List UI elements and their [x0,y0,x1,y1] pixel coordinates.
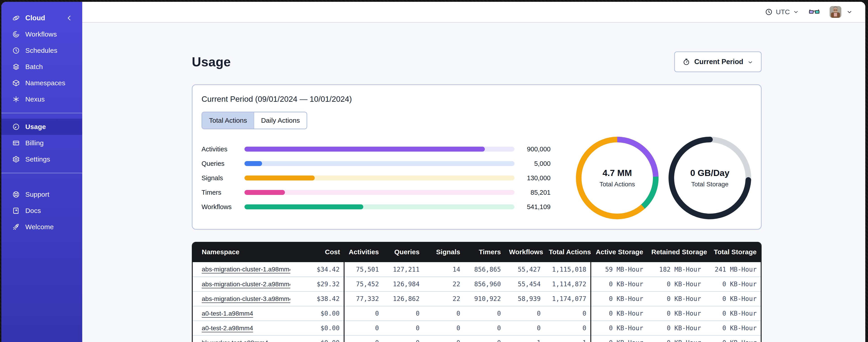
table-cell: 22 [424,292,464,306]
table-cell: 0 KB-Hour [647,277,705,292]
table-row: abs-migration-cluster-1.a98mm4$34.4275,5… [193,262,761,277]
column-header-cost: Cost [290,242,344,262]
labs-glasses-icon[interactable] [809,8,820,15]
table-cell: 55,454 [505,277,545,292]
table-cell: 0 [383,321,424,336]
donut-center: 0 GB/DayTotal Storage [668,136,752,220]
bar-label: Activities [202,145,244,153]
sidebar-item-schedules[interactable]: Schedules [1,42,82,59]
bar-fill [244,147,485,151]
table-cell: 0 KB-Hour [591,306,647,321]
bar-row: Queries5,000 [202,156,551,171]
table-cell: $29.32 [290,277,344,292]
timezone-picker[interactable]: UTC [765,8,799,16]
table-cell: 0 [424,336,464,342]
temporal-logo-icon [12,14,20,22]
billing-icon [12,139,20,147]
donut-center-label: Total Storage [691,181,728,188]
donut-center-value: 4.7 MM [602,168,632,178]
table-cell: $38.42 [290,292,344,306]
workflows-icon [12,30,20,38]
batch-icon [12,63,20,71]
sidebar-item-settings[interactable]: Settings [1,151,82,167]
table-cell: 75,452 [344,277,383,292]
table-cell: 182 MB-Hour [647,262,705,277]
namespaces-icon [12,79,20,87]
namespace-link[interactable]: a0-test-2.a98mm4 [202,324,253,332]
bar-row: Activities900,000 [202,142,551,156]
donut-center-value: 0 GB/Day [690,168,729,178]
table-cell: 0 KB-Hour [705,321,761,336]
column-header-active-storage: Active Storage [591,242,647,262]
table-cell: $34.42 [290,262,344,277]
namespace-link[interactable]: bk-worker-test.a98mm4 [202,339,268,342]
sidebar-item-docs[interactable]: Docs [1,203,82,219]
sidebar: Cloud Workflows Schedules [1,2,82,342]
period-select-button[interactable]: Current Period [674,52,762,72]
table-cell: 0 KB-Hour [591,277,647,292]
summary-donuts: 4.7 MMTotal Actions0 GB/DayTotal Storage [575,136,752,220]
bar-track [244,175,515,180]
stopwatch-icon [683,58,690,66]
brand-label: Cloud [25,14,45,22]
table-cell: 0 [505,321,545,336]
namespace-link[interactable]: abs-migration-cluster-2.a98mm4 [202,281,290,287]
table-cell: a0-test-1.a98mm4 [193,306,290,321]
bar-label: Timers [202,189,244,196]
tab-total-actions[interactable]: Total Actions [202,112,254,129]
sidebar-item-usage[interactable]: Usage [1,119,82,135]
bar-value: 900,000 [515,145,551,153]
account-menu[interactable] [830,6,852,18]
column-header-signals: Signals [424,242,464,262]
table-cell: 0 KB-Hour [647,292,705,306]
table-cell: 75,501 [344,262,383,277]
tab-daily-actions[interactable]: Daily Actions [254,112,307,129]
table-cell: 856,960 [464,277,505,292]
table-cell: 55,427 [505,262,545,277]
sidebar-item-batch[interactable]: Batch [1,59,82,75]
table-header-row: NamespaceCostActivitiesQueriesSignalsTim… [193,242,761,262]
page-title: Usage [192,55,231,69]
bar-value: 130,000 [515,174,551,182]
table-cell: 126,862 [383,292,424,306]
table-cell: 0 [464,306,505,321]
table-cell: 1,114,872 [545,277,591,292]
table-cell: $0.00 [290,336,344,342]
column-header-namespace: Namespace [193,242,290,262]
sidebar-item-welcome[interactable]: Welcome [1,219,82,235]
sidebar-brand[interactable]: Cloud [1,10,82,26]
bar-track [244,204,515,209]
table-cell: 22 [424,277,464,292]
sidebar-item-nexus[interactable]: Nexus [1,91,82,107]
sidebar-nav-main: Workflows Schedules Batch [1,26,82,107]
bar-track [244,161,515,166]
sidebar-item-support[interactable]: Support [1,186,82,203]
namespace-link[interactable]: abs-migration-cluster-3.a98mm4 [202,295,290,302]
support-icon [12,191,20,198]
sidebar-item-workflows[interactable]: Workflows [1,26,82,42]
bar-fill [244,161,262,166]
table-row: abs-migration-cluster-2.a98mm4$29.3275,4… [193,277,761,292]
table-cell: 0 KB-Hour [647,306,705,321]
sidebar-item-billing[interactable]: Billing [1,135,82,151]
table-cell: 59 MB-Hour [591,262,647,277]
sidebar-divider [1,113,82,113]
namespace-link[interactable]: abs-migration-cluster-1.a98mm4 [202,266,290,273]
table-cell: 0 [344,321,383,336]
table-cell: 0 KB-Hour [647,321,705,336]
collapse-sidebar-icon[interactable] [65,14,73,22]
table-cell: 0 [464,321,505,336]
namespace-link[interactable]: a0-test-1.a98mm4 [202,310,253,317]
sidebar-nav-account: Usage Billing Settings [1,119,82,167]
table-cell: 0 KB-Hour [705,306,761,321]
bar-track [244,147,515,151]
bar-fill [244,204,363,209]
table-cell: 0 KB-Hour [705,336,761,342]
sidebar-item-namespaces[interactable]: Namespaces [1,75,82,91]
table-cell: 1 [505,336,545,342]
desktop-background: Cloud Workflows Schedules [0,0,868,342]
table-cell: 910,922 [464,292,505,306]
clock-icon [765,8,773,16]
table-cell: 1 [545,336,591,342]
sidebar-spacer [1,179,82,186]
